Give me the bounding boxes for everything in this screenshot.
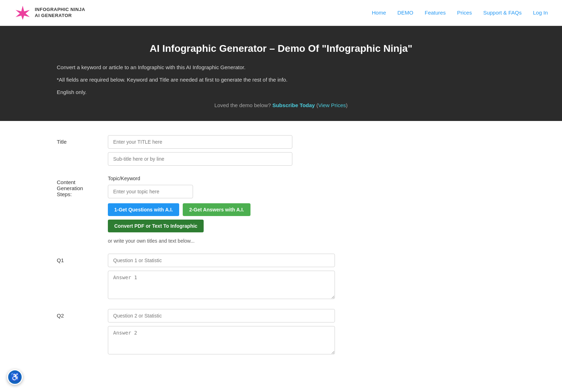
hero-desc1: Convert a keyword or article to an Infog…	[57, 64, 505, 70]
title-label: Title	[57, 135, 99, 145]
content-generation-row: Content Generation Steps: Topic/Keyword …	[57, 176, 505, 244]
form-area: Title Content Generation Steps: Topic/Ke…	[0, 121, 562, 379]
nav-demo[interactable]: DEMO	[397, 10, 413, 16]
ai-buttons-row: 1-Get Questions with A.I. 2-Get Answers …	[108, 203, 505, 216]
q2-row: Q2	[57, 309, 505, 354]
logo-text: INFOGRAPHIC NINJA AI GENERATOR	[35, 7, 85, 19]
title-input[interactable]	[108, 135, 292, 149]
convert-pdf-button[interactable]: Convert PDF or Text To Infographic	[108, 220, 204, 232]
q2-fields	[108, 309, 505, 354]
a2-textarea[interactable]	[108, 326, 335, 354]
hero-desc2: *All fields are required below. Keyword …	[57, 77, 505, 83]
nav-login[interactable]: Log In	[533, 10, 548, 16]
cta-suffix: )	[346, 102, 348, 108]
subscribe-link[interactable]: Subscribe Today	[272, 102, 315, 108]
q1-label: Q1	[57, 254, 99, 263]
topic-label-text: Topic/Keyword	[108, 176, 505, 181]
subtitle-input[interactable]	[108, 152, 292, 166]
hero-title: AI Infographic Generator – Demo Of "Info…	[57, 43, 505, 54]
logo: INFOGRAPHIC NINJA AI GENERATOR	[14, 4, 85, 21]
get-questions-button[interactable]: 1-Get Questions with A.I.	[108, 203, 179, 216]
accessibility-icon: ♿	[10, 372, 20, 379]
nav-home[interactable]: Home	[372, 10, 386, 16]
a1-textarea[interactable]	[108, 271, 335, 299]
navbar: INFOGRAPHIC NINJA AI GENERATOR Home DEMO…	[0, 0, 562, 26]
hero-desc3: English only.	[57, 89, 505, 95]
nav-prices[interactable]: Prices	[457, 10, 472, 16]
cta-prefix: Loved the demo below?	[214, 102, 271, 108]
content-fields: Topic/Keyword 1-Get Questions with A.I. …	[108, 176, 505, 244]
hero-cta: Loved the demo below? Subscribe Today (V…	[57, 102, 505, 108]
q2-label: Q2	[57, 309, 99, 319]
logo-icon	[14, 4, 31, 21]
q1-input[interactable]	[108, 254, 335, 267]
view-prices-link[interactable]: View Prices	[318, 102, 346, 108]
title-row: Title	[57, 135, 505, 166]
content-label: Content Generation Steps:	[57, 176, 99, 197]
get-answers-button[interactable]: 2-Get Answers with A.I.	[183, 203, 250, 216]
title-fields	[108, 135, 505, 166]
q1-row: Q1	[57, 254, 505, 299]
nav-support[interactable]: Support & FAQs	[483, 10, 522, 16]
q1-fields	[108, 254, 505, 299]
or-text: or write your own titles and text below.…	[108, 238, 505, 244]
hero-section: AI Infographic Generator – Demo Of "Info…	[0, 26, 562, 121]
svg-marker-0	[16, 6, 30, 20]
nav-links: Home DEMO Features Prices Support & FAQs…	[372, 10, 548, 16]
topic-input[interactable]	[108, 185, 193, 198]
q2-input[interactable]	[108, 309, 335, 322]
nav-features[interactable]: Features	[425, 10, 446, 16]
